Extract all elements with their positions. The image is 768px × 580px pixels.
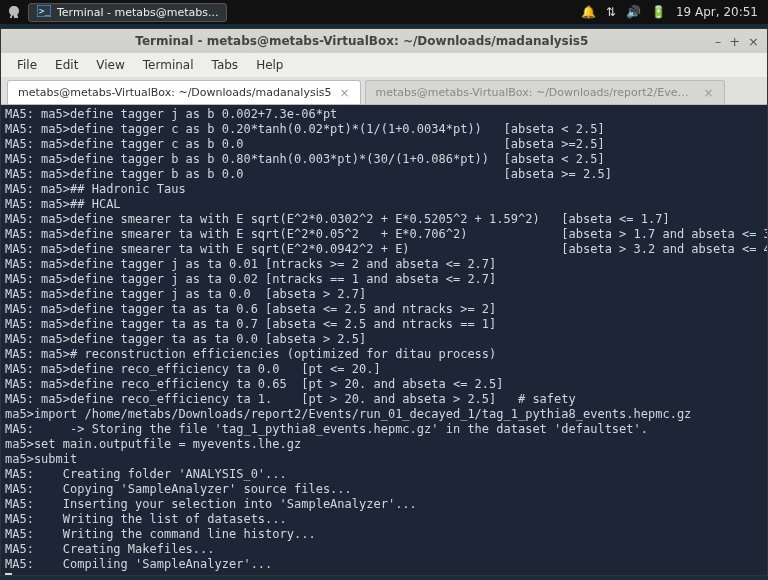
terminal-line: MA5: ma5>define tagger ta as ta 0.7 [abs… — [5, 317, 763, 332]
terminal-line: ma5>import /home/metabs/Downloads/report… — [5, 407, 763, 422]
taskbar-button-terminal[interactable]: >_ Terminal - metabs@metabs... — [28, 3, 227, 22]
bell-icon[interactable]: 🔔 — [581, 5, 596, 19]
terminal-line: MA5: ma5>define reco_efficiency ta 0.65 … — [5, 377, 763, 392]
window-maximize-button[interactable]: + — [729, 34, 740, 49]
terminal-line: MA5: ma5>define tagger j as b 0.002+7.3e… — [5, 107, 763, 122]
tab-label: metabs@metabs-VirtualBox: ~/Downloads/re… — [376, 86, 696, 99]
menu-file[interactable]: File — [9, 56, 45, 74]
desktop-top-panel: >_ Terminal - metabs@metabs... 🔔 ⇅ 🔊 🔋 1… — [0, 0, 768, 24]
window-minimize-button[interactable]: – — [715, 34, 722, 49]
battery-icon[interactable]: 🔋 — [651, 5, 666, 19]
terminal-line: ma5>set main.outputfile = myevents.lhe.g… — [5, 437, 763, 452]
terminal-window: Terminal - metabs@metabs-VirtualBox: ~/D… — [0, 28, 768, 576]
terminal-line: MA5: ma5>define tagger j as ta 0.02 [ntr… — [5, 272, 763, 287]
terminal-line: MA5: Copying 'SampleAnalyzer' source fil… — [5, 482, 763, 497]
terminal-line: MA5: ma5>define reco_efficiency ta 1. [p… — [5, 392, 763, 407]
tab-label: metabs@metabs-VirtualBox: ~/Downloads/ma… — [18, 86, 331, 99]
terminal-output[interactable]: MA5: ma5>define tagger j as b 0.002+7.3e… — [1, 105, 767, 575]
window-title: Terminal - metabs@metabs-VirtualBox: ~/D… — [9, 34, 715, 48]
menu-edit[interactable]: Edit — [47, 56, 86, 74]
app-menu-icon[interactable] — [6, 4, 22, 20]
terminal-line: MA5: ma5>define tagger b as b 0.0 [abset… — [5, 167, 763, 182]
svg-text:>_: >_ — [39, 6, 50, 16]
terminal-cursor-line — [5, 572, 763, 575]
terminal-line: MA5: ma5>## HCAL — [5, 197, 763, 212]
window-titlebar[interactable]: Terminal - metabs@metabs-VirtualBox: ~/D… — [1, 29, 767, 53]
terminal-line: MA5: ma5>define smearer ta with E sqrt(E… — [5, 242, 763, 257]
network-icon[interactable]: ⇅ — [606, 5, 616, 19]
tab-close-icon[interactable]: × — [339, 86, 349, 100]
taskbar-button-label: Terminal - metabs@metabs... — [57, 6, 218, 19]
terminal-line: MA5: Writing the command line history... — [5, 527, 763, 542]
menu-bar: File Edit View Terminal Tabs Help — [1, 53, 767, 77]
cursor — [5, 573, 12, 575]
tab-close-icon[interactable]: × — [703, 86, 713, 100]
desktop: >_ Terminal - metabs@metabs... 🔔 ⇅ 🔊 🔋 1… — [0, 0, 768, 580]
terminal-line: MA5: ma5>define smearer ta with E sqrt(E… — [5, 227, 763, 242]
terminal-line: MA5: ma5>define tagger c as b 0.0 [abset… — [5, 137, 763, 152]
menu-tabs[interactable]: Tabs — [204, 56, 247, 74]
tab-active[interactable]: metabs@metabs-VirtualBox: ~/Downloads/ma… — [7, 80, 361, 104]
terminal-line: MA5: ma5>define tagger ta as ta 0.6 [abs… — [5, 302, 763, 317]
terminal-line: ma5>submit — [5, 452, 763, 467]
terminal-line: MA5: ma5>define tagger j as ta 0.01 [ntr… — [5, 257, 763, 272]
tab-bar: metabs@metabs-VirtualBox: ~/Downloads/ma… — [1, 77, 767, 105]
tab-inactive[interactable]: metabs@metabs-VirtualBox: ~/Downloads/re… — [365, 80, 725, 104]
terminal-line: MA5: ma5>define tagger j as ta 0.0 [abse… — [5, 287, 763, 302]
terminal-line: MA5: ma5>define reco_efficiency ta 0.0 [… — [5, 362, 763, 377]
terminal-line: MA5: Creating folder 'ANALYSIS_0'... — [5, 467, 763, 482]
terminal-line: MA5: Writing the list of datasets... — [5, 512, 763, 527]
terminal-line: MA5: Inserting your selection into 'Samp… — [5, 497, 763, 512]
terminal-line: MA5: Creating Makefiles... — [5, 542, 763, 557]
terminal-icon: >_ — [37, 5, 51, 20]
terminal-line: MA5: ma5># reconstruction efficiencies (… — [5, 347, 763, 362]
terminal-line: MA5: ma5>define tagger c as b 0.20*tanh(… — [5, 122, 763, 137]
terminal-line: MA5: -> Storing the file 'tag_1_pythia8_… — [5, 422, 763, 437]
menu-terminal[interactable]: Terminal — [135, 56, 202, 74]
menu-view[interactable]: View — [88, 56, 132, 74]
terminal-line: MA5: ma5>define tagger b as b 0.80*tanh(… — [5, 152, 763, 167]
terminal-line: MA5: ma5>## Hadronic Taus — [5, 182, 763, 197]
terminal-line: MA5: Compiling 'SampleAnalyzer'... — [5, 557, 763, 572]
menu-help[interactable]: Help — [248, 56, 291, 74]
terminal-line: MA5: ma5>define tagger ta as ta 0.0 [abs… — [5, 332, 763, 347]
clock[interactable]: 19 Apr, 20:51 — [676, 5, 758, 19]
volume-icon[interactable]: 🔊 — [626, 5, 641, 19]
terminal-line: MA5: ma5>define smearer ta with E sqrt(E… — [5, 212, 763, 227]
window-close-button[interactable]: × — [748, 34, 759, 49]
